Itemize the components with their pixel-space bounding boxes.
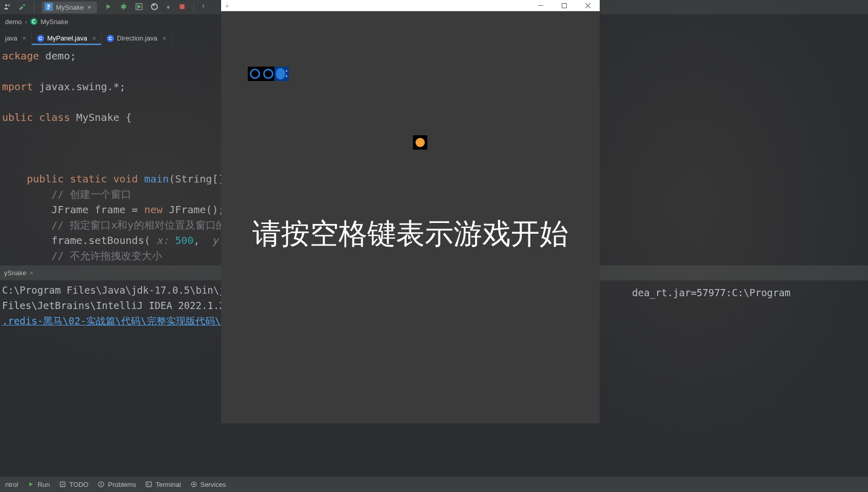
- coverage-icon[interactable]: [135, 3, 143, 12]
- debug-icon[interactable]: [120, 3, 128, 12]
- svg-rect-11: [538, 5, 543, 6]
- svg-rect-5: [180, 4, 184, 9]
- snake-body-segment: [248, 67, 262, 81]
- class-icon: C: [107, 35, 114, 42]
- tab-label: MyPanel.java: [47, 34, 87, 42]
- close-button[interactable]: [576, 0, 600, 11]
- class-icon: C: [37, 35, 44, 42]
- svg-point-3: [122, 5, 126, 9]
- snake-food: [413, 135, 427, 150]
- snake-body-segment: [261, 67, 275, 81]
- breadcrumb-pkg[interactable]: demo: [5, 18, 22, 26]
- hammer-icon[interactable]: [18, 3, 27, 12]
- close-icon[interactable]: ×: [29, 269, 33, 277]
- run-tab[interactable]: Run: [27, 481, 50, 488]
- bottom-toolbar: ntrol Run TODO Problems Terminal Service…: [0, 477, 868, 492]
- terminal-tab[interactable]: Terminal: [145, 481, 181, 488]
- tab-java[interactable]: java ×: [0, 31, 32, 45]
- problems-tab[interactable]: Problems: [97, 481, 136, 488]
- minimize-button[interactable]: [529, 0, 553, 11]
- run-icon[interactable]: [104, 3, 112, 12]
- start-prompt: 请按空格键表示游戏开始: [252, 215, 568, 254]
- maximize-button[interactable]: [553, 0, 576, 11]
- svg-rect-8: [146, 482, 152, 486]
- run-config-selector[interactable]: MySnake ▼: [42, 2, 97, 13]
- dropdown-icon: ▼: [87, 5, 92, 10]
- snake-head: [274, 67, 289, 81]
- window-titlebar[interactable]: [221, 0, 600, 11]
- users-icon[interactable]: [3, 3, 11, 12]
- console-output-right: dea_rt.jar=57977:C:\Program: [632, 266, 868, 323]
- tab-mypanel[interactable]: C MyPanel.java ×: [32, 31, 102, 45]
- svg-point-0: [5, 4, 7, 6]
- close-icon[interactable]: ×: [92, 35, 96, 42]
- java-icon: [45, 3, 53, 12]
- svg-point-1: [8, 4, 10, 6]
- run-config-label: MySnake: [56, 4, 84, 11]
- svg-point-10: [193, 483, 195, 485]
- java-app-icon: [223, 2, 230, 10]
- close-icon[interactable]: ×: [163, 35, 166, 42]
- breadcrumb-file[interactable]: MySnake: [41, 18, 68, 26]
- svg-rect-12: [562, 3, 567, 8]
- tab-direction[interactable]: C Direction.java ×: [102, 31, 172, 45]
- chevron-right-icon: ›: [25, 18, 27, 26]
- vcs-tab[interactable]: ntrol: [5, 481, 18, 488]
- class-icon: C: [30, 18, 37, 25]
- tab-label: Direction.java: [117, 34, 157, 42]
- game-canvas[interactable]: 请按空格键表示游戏开始: [221, 11, 600, 423]
- profile-icon[interactable]: [150, 3, 159, 12]
- game-window: 请按空格键表示游戏开始: [221, 0, 600, 423]
- more-run-icon[interactable]: ▼: [166, 5, 171, 10]
- svg-rect-6: [60, 482, 65, 486]
- stop-icon[interactable]: [178, 3, 186, 12]
- run-tab-label: ySnake: [4, 269, 26, 277]
- close-icon[interactable]: ×: [23, 35, 26, 42]
- translate-icon[interactable]: [201, 3, 209, 12]
- tab-label: java: [5, 34, 17, 42]
- services-tab[interactable]: Services: [190, 481, 226, 488]
- todo-tab[interactable]: TODO: [59, 481, 88, 488]
